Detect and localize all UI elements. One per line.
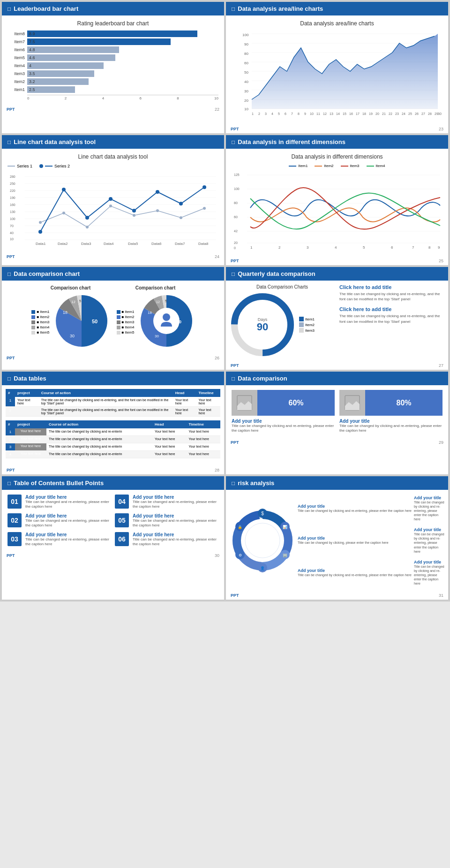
svg-point-81 [156,190,159,194]
toc-header: Table of Contents Bullet Points [2,476,224,490]
svg-text:125: 125 [234,173,240,176]
bar-row: Item8 8.9 [8,30,218,37]
svg-text:Data8: Data8 [198,242,209,246]
svg-text:👤: 👤 [260,566,265,571]
toc-item-3: 03 Add your title here Title can be chan… [8,532,111,547]
svg-text:5: 5 [363,245,365,250]
page-num: 29 [439,440,443,445]
quarterly-donut-svg: Days 90 [230,292,295,358]
bar-row: Item5 4.6 [8,54,218,61]
svg-text:20: 20 [234,241,238,244]
svg-text:10: 10 [310,112,314,115]
svg-text:50: 50 [177,320,181,324]
svg-text:1: 1 [252,112,254,115]
area-line-chart-svg: 100 90 80 60 50 40 30 20 10 [232,29,442,118]
svg-text:80: 80 [244,52,248,56]
line-chart-main-title: Line chart data analysis tool [8,153,218,160]
data-comparison-header: Data comparison [226,372,448,385]
risk-item-3: Add your title Title can be changed by c… [298,536,412,545]
bar-row: Item2 3.2 [8,78,218,85]
svg-point-70 [86,226,89,228]
svg-text:40: 40 [244,80,248,84]
table-row: 2 The title can be changed by clicking a… [6,407,220,417]
area-chart-panel: Data analysis area/line charts Data anal… [226,2,448,133]
comp-item-desc-1: Title can be changed by clicking and re-… [232,424,335,434]
quarterly-footer: PPT 27 [226,361,448,370]
svg-text:20: 20 [244,99,248,103]
svg-text:20: 20 [375,112,379,115]
risk-item-1: Add your title Title can be changed by c… [298,504,412,513]
svg-text:7: 7 [412,245,414,250]
area-chart-footer: PPT 23 [226,125,448,133]
data-tables-footer: PPT 28 [2,466,224,474]
svg-text:160: 160 [10,203,15,206]
svg-text:28: 28 [428,112,432,115]
svg-text:6: 6 [285,112,286,115]
table-2: # project Course of action Head Timeline… [6,420,220,458]
svg-text:60: 60 [234,215,238,219]
svg-text:40: 40 [10,231,14,235]
svg-point-79 [109,197,112,201]
quarterly-click-title-2: Click here to add title [339,306,444,312]
toc-grid: 01 Add your title here Title can be chan… [8,495,218,547]
pie-section-1: Comparison chart ■ Item1 ■ Item2 ■ Item3… [31,285,109,349]
svg-text:130: 130 [10,210,15,213]
svg-text:0: 0 [234,246,236,250]
risk-center-graphic: $ 📊 🏢 👤 ⚙ [230,494,295,587]
svg-text:Data4: Data4 [104,242,114,246]
svg-text:12: 12 [323,112,327,115]
risk-panel: risk analysis Add your title Title can b… [226,476,448,600]
table-row: 1 Your text here The title can be change… [6,397,220,407]
page-num: 28 [215,468,219,472]
svg-point-75 [203,207,206,210]
svg-text:17: 17 [356,112,360,115]
svg-text:22: 22 [389,112,392,115]
svg-text:30: 30 [244,89,248,93]
leaderboard-footer: PPT 22 [2,105,224,114]
risk-header: risk analysis [226,476,448,490]
svg-text:14: 14 [336,112,340,115]
bar-chart-title: Rating leaderboard bar chart [8,20,218,27]
comp-item-desc-2: Title can be changed by clicking and re-… [339,424,442,434]
pie-section-2: Comparison chart ■ Item1 ■ Item2 ■ Item3… [117,285,195,349]
svg-text:8: 8 [298,112,300,115]
svg-text:26: 26 [415,112,419,115]
svg-text:18: 18 [148,311,152,315]
page-num: 23 [439,127,443,131]
bar-row: Item4 4 [8,62,218,69]
quarterly-click-desc-1: The title can be changed by clicking and… [339,291,444,302]
area-chart-main-title: Data analysis area/line charts [232,20,442,27]
svg-text:Data6: Data6 [151,242,162,246]
quarterly-title: Quarterly data comparison [238,270,315,277]
quarterly-info: Click here to add title The title can be… [339,284,444,329]
svg-text:70: 70 [10,224,14,228]
svg-text:30: 30 [155,334,159,338]
logo: PPT [7,254,15,259]
risk-item-2: Add your title Title can be changed by c… [414,495,444,521]
svg-point-73 [156,209,159,212]
svg-text:Data2: Data2 [58,242,68,246]
pie-svg-2: 50 30 18 12 5 [138,293,195,349]
svg-text:🔒: 🔒 [238,525,242,529]
svg-point-76 [38,230,42,234]
comparison-item-2: 80% Add your title Title can be changed … [339,390,442,434]
comp-image-1 [232,390,257,416]
dimensions-footer: PPT 25 [226,257,448,265]
svg-text:10: 10 [244,107,248,111]
quarterly-chart-title: Data Comparison Charts [230,284,335,289]
logo: PPT [231,363,239,368]
toc-footer: PPT 30 [2,551,224,560]
svg-point-82 [179,202,183,206]
toc-item-5: 05 Add your title here Title can be chan… [115,513,218,528]
line-chart-title: Line chart data analysis tool [14,138,96,145]
svg-text:🏢: 🏢 [283,553,287,557]
bar-row: Item7 7.5 [8,38,218,45]
risk-item-6: Add your title Title can be changed by c… [414,560,444,586]
dimensions-chart-title: Data analysis in different dimensions [232,153,442,160]
svg-point-144 [245,523,280,558]
page-num: 24 [215,254,219,259]
svg-text:9: 9 [438,245,440,250]
comp-visual-1: 60% [232,390,335,416]
line-chart-header: Line chart data analysis tool [2,135,224,149]
svg-text:19: 19 [369,112,373,115]
